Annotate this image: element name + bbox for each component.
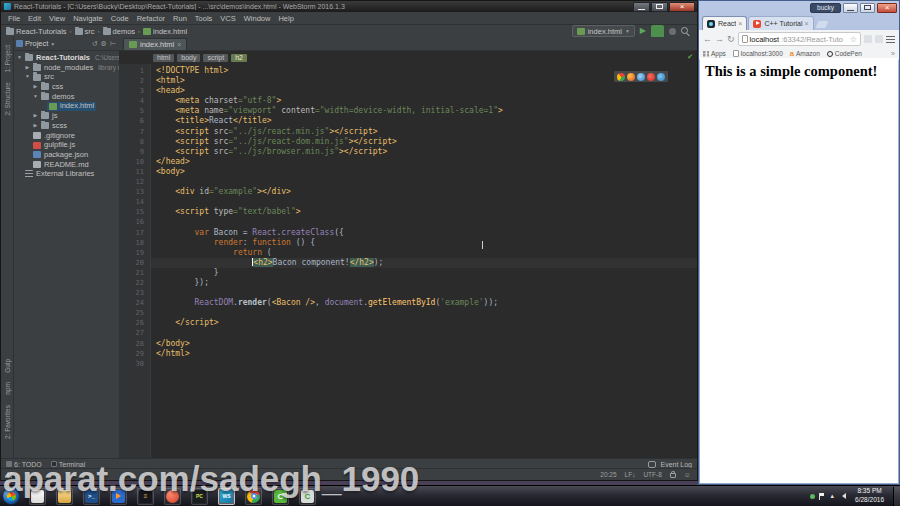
tree-expand-arrow[interactable]: ▶ xyxy=(24,63,31,73)
webstorm-title-bar[interactable]: React-Tutorials - [C:\Users\Bucky\Deskto… xyxy=(1,1,697,12)
nav-breadcrumb-src[interactable]: src xyxy=(75,27,95,36)
bookmark-codepen[interactable]: CodePen xyxy=(827,50,862,57)
code-line[interactable]: 13 <div id="example"></div> xyxy=(119,187,697,197)
tree-item-demos[interactable]: ▼demos xyxy=(14,92,119,102)
code-line[interactable]: 19 return ( xyxy=(119,248,697,258)
code-line[interactable]: 10</head> xyxy=(119,157,697,167)
code-line[interactable]: 22 }); xyxy=(119,278,697,288)
menu-item-vcs[interactable]: VCS xyxy=(216,14,239,23)
code-line[interactable]: 27 xyxy=(119,328,697,338)
tree-item-gitignore[interactable]: .gitignore xyxy=(14,131,119,141)
menu-item-code[interactable]: Code xyxy=(107,14,133,23)
lock-icon[interactable] xyxy=(670,473,676,478)
nav-breadcrumb-demos[interactable]: demos xyxy=(103,27,136,36)
bookmark-localhost-3000[interactable]: localhost:3000 xyxy=(733,50,783,57)
tree-expand-arrow[interactable]: ▼ xyxy=(32,92,39,102)
search-icon[interactable] xyxy=(681,27,688,34)
menu-item-edit[interactable]: Edit xyxy=(24,14,45,23)
code-line[interactable]: 17 var Bacon = React.createClass({ xyxy=(119,228,697,238)
tool-button-1-project[interactable]: 1: Project xyxy=(4,45,11,72)
breadcrumb-chip-html[interactable]: html xyxy=(153,54,174,62)
collapse-all-icon[interactable]: ↺ xyxy=(92,40,98,47)
tree-expand-arrow[interactable]: ▼ xyxy=(24,72,31,82)
project-pane-title[interactable]: Project xyxy=(25,39,48,48)
code-line[interactable]: 2<html> xyxy=(119,76,697,86)
event-log-button[interactable]: Event Log xyxy=(648,461,692,468)
minimize-button[interactable] xyxy=(633,2,650,12)
extension-icon[interactable] xyxy=(864,35,872,43)
bookmark-apps[interactable]: Apps xyxy=(703,50,726,57)
code-line[interactable]: 9 <script src="../js/browser.min.js"></s… xyxy=(119,147,697,157)
chevron-down-icon[interactable]: ▼ xyxy=(50,41,55,47)
code-line[interactable]: 24 ReactDOM.render(<Bacon />, document.g… xyxy=(119,298,697,308)
reload-button[interactable]: ↻ xyxy=(727,34,735,44)
breadcrumb-chip-body[interactable]: body xyxy=(177,54,200,62)
editor-tab-index-html[interactable]: index.html × xyxy=(123,38,187,50)
tool-button-2-favorites[interactable]: 2: Favorites xyxy=(4,405,11,439)
close-button[interactable] xyxy=(877,3,897,13)
tree-item-node-modules[interactable]: ▶node_moduleslibrary root xyxy=(14,63,119,73)
code-line[interactable]: 20 <h2>Bacon component!</h2>); xyxy=(119,258,697,268)
tree-item-scss[interactable]: ▶scss xyxy=(14,121,119,131)
tab-close-icon[interactable]: × xyxy=(738,20,742,27)
opera-icon[interactable] xyxy=(647,73,655,81)
extension-icon[interactable] xyxy=(875,35,883,43)
ie-icon[interactable] xyxy=(657,73,665,81)
clock[interactable]: 8:35 PM 6/28/2016 xyxy=(850,487,889,505)
code-line[interactable]: 8 <script src="../js/react-dom.min.js"><… xyxy=(119,137,697,147)
code-line[interactable]: 25 xyxy=(119,308,697,318)
menu-item-run[interactable]: Run xyxy=(169,14,191,23)
tree-item-external-libraries[interactable]: External Libraries xyxy=(14,169,119,179)
chrome-icon[interactable] xyxy=(617,73,625,81)
code-line[interactable]: 21 } xyxy=(119,268,697,278)
back-button[interactable]: ← xyxy=(703,34,712,44)
bookmarks-overflow-icon[interactable]: » xyxy=(891,50,895,57)
code-line[interactable]: 15 <script type="text/babel"> xyxy=(119,207,697,217)
inspector-hector-icon[interactable]: ☺ xyxy=(684,471,691,478)
browser-tab-c-tutorial[interactable]: C++ Tutorial× xyxy=(748,16,813,30)
menu-item-navigate[interactable]: Navigate xyxy=(69,14,107,23)
tree-item-readme-md[interactable]: README.md xyxy=(14,160,119,170)
menu-item-help[interactable]: Help xyxy=(274,14,297,23)
browser-tab-react[interactable]: React× xyxy=(702,16,747,30)
tree-expand-arrow[interactable]: ▼ xyxy=(16,53,23,63)
tree-item-js[interactable]: ▶js xyxy=(14,111,119,121)
address-bar[interactable]: localhost :63342/React-Tuto ☆ xyxy=(738,32,861,46)
tool-button-2-structure[interactable]: 2: Structure xyxy=(4,82,11,116)
maximize-button[interactable] xyxy=(860,3,875,13)
code-line[interactable]: 23 xyxy=(119,288,697,298)
breadcrumb-chip-h2[interactable]: h2 xyxy=(231,54,247,62)
close-button[interactable] xyxy=(669,2,695,12)
settings-gear-icon[interactable]: ⚙ xyxy=(101,40,107,47)
encoding-indicator[interactable]: UTF-8 xyxy=(643,471,661,478)
menu-item-window[interactable]: Window xyxy=(240,14,275,23)
tree-expand-arrow[interactable]: ▶ xyxy=(32,111,39,121)
tray-status-icon[interactable] xyxy=(810,494,815,499)
caret-position[interactable]: 20:25 xyxy=(600,471,616,478)
line-ending-indicator[interactable]: LF↓ xyxy=(625,471,636,478)
tree-item-index-html[interactable]: index.html xyxy=(14,101,119,111)
code-line[interactable]: 18 render: function () { xyxy=(119,238,697,248)
code-line[interactable]: 28</body> xyxy=(119,339,697,349)
tree-item-css[interactable]: ▶css xyxy=(14,82,119,92)
code-line[interactable]: 6 <title>React</title> xyxy=(119,116,697,126)
chrome-title-bar[interactable]: bucky xyxy=(699,1,899,14)
tree-expand-arrow[interactable]: ▶ xyxy=(32,121,39,131)
code-line[interactable]: 5 <meta name="viewport" content="width=d… xyxy=(119,106,697,116)
show-desktop-button[interactable] xyxy=(893,487,900,506)
code-line[interactable]: 16 xyxy=(119,217,697,227)
menu-item-file[interactable]: File xyxy=(4,14,24,23)
menu-icon[interactable] xyxy=(886,36,895,43)
code-line[interactable]: 3<head> xyxy=(119,86,697,96)
code-line[interactable]: 26 </script> xyxy=(119,318,697,328)
code-line[interactable]: 4 <meta charset="utf-8"> xyxy=(119,96,697,106)
code-line[interactable]: 11<body> xyxy=(119,167,697,177)
tool-button-gulp[interactable]: Gulp xyxy=(4,359,11,373)
hide-panel-icon[interactable]: ⊢ xyxy=(110,40,116,47)
tab-close-icon[interactable]: × xyxy=(177,41,181,48)
tree-item-src[interactable]: ▼src xyxy=(14,72,119,82)
menu-item-tools[interactable]: Tools xyxy=(191,14,217,23)
action-center-flag-icon[interactable] xyxy=(819,493,825,500)
code-area[interactable]: 1<!DOCTYPE html>2<html>3<head>4 <meta ch… xyxy=(119,64,697,458)
tree-expand-arrow[interactable]: ▶ xyxy=(32,82,39,92)
